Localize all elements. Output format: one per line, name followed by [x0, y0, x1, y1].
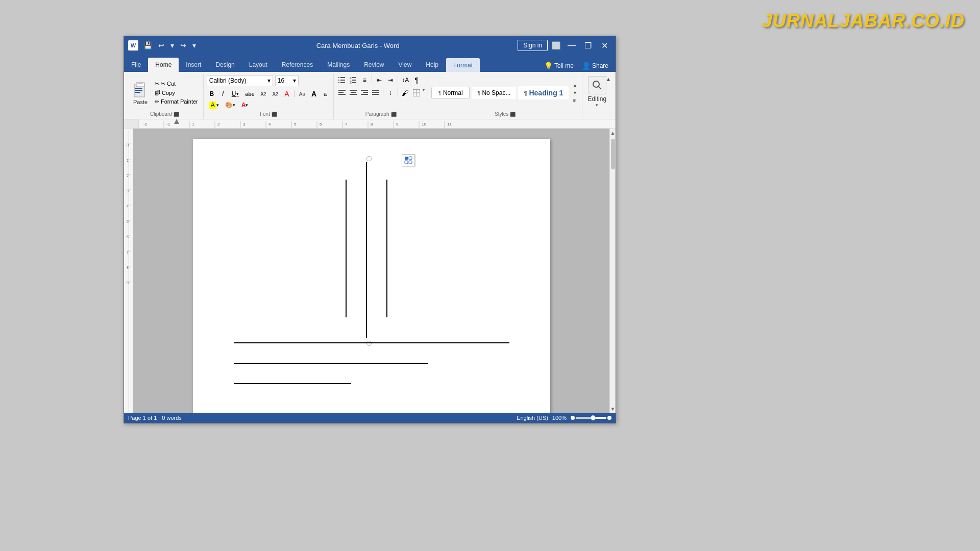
svg-rect-5: [135, 92, 140, 93]
paste-button[interactable]: Paste: [129, 79, 152, 107]
save-button[interactable]: 💾: [141, 40, 154, 51]
tell-me-button[interactable]: 💡 Tell me: [540, 60, 578, 72]
format-painter-button[interactable]: ✏ Format Painter: [153, 97, 200, 106]
align-center-button[interactable]: [348, 88, 358, 98]
cut-label: ✂ Cut: [161, 81, 176, 87]
cut-button[interactable]: ✂ ✂ Cut: [153, 80, 200, 88]
document-page[interactable]: [193, 139, 550, 413]
layout-options-button[interactable]: [402, 154, 415, 166]
numbering-button[interactable]: 1. 2. 3.: [348, 75, 358, 85]
zoom-controls: [571, 416, 611, 420]
text-size-up-button[interactable]: A: [309, 89, 319, 99]
tab-references[interactable]: References: [275, 58, 320, 72]
zoom-slider[interactable]: [576, 417, 606, 419]
svg-line-38: [599, 87, 601, 89]
pilcrow-button[interactable]: ¶: [411, 75, 422, 85]
svg-text:10: 10: [422, 122, 426, 127]
normal-style-label-small: ¶: [438, 90, 442, 96]
bold-button[interactable]: B: [207, 89, 217, 99]
undo-arrow[interactable]: ▾: [168, 40, 176, 51]
sort-button[interactable]: ↕A: [400, 75, 410, 85]
undo-button[interactable]: ↩: [156, 40, 166, 51]
font-family-selector[interactable]: Calibri (Body) ▾: [207, 75, 273, 86]
scroll-down-button[interactable]: ▼: [610, 405, 616, 413]
share-button[interactable]: 👤 Share: [578, 60, 612, 72]
top-selection-handle[interactable]: [366, 156, 372, 161]
align-right-button[interactable]: [359, 88, 370, 98]
bullets-button[interactable]: [337, 75, 347, 85]
zoom-out-button[interactable]: [571, 416, 575, 420]
superscript-button[interactable]: X2: [270, 89, 280, 99]
shading-para-button[interactable]: 🖌: [400, 88, 410, 98]
borders-button[interactable]: [411, 88, 422, 98]
watermark: JURNALJABAR.CO.ID: [762, 10, 965, 32]
normal-style-text: Normal: [443, 89, 463, 96]
shading-button[interactable]: 🎨 ▾: [223, 100, 238, 110]
font-label-text: Font: [260, 111, 270, 117]
svg-text:3: 3: [243, 122, 246, 127]
sign-in-button[interactable]: Sign in: [518, 40, 548, 51]
ruler-left-margin: [124, 119, 138, 128]
font-group: Calibri (Body) ▾ 16 ▾ B I U ▾: [204, 74, 334, 119]
clipboard-content: Paste ✂ ✂ Cut 🗐 Copy ✏ Forma: [129, 75, 200, 110]
minimize-button[interactable]: —: [565, 38, 579, 53]
justify-button[interactable]: [371, 88, 381, 98]
styles-expand-button[interactable]: ⊞: [571, 97, 579, 104]
heading1-style-button[interactable]: ¶ Heading 1: [518, 86, 569, 99]
redo-button[interactable]: ↪: [178, 40, 188, 51]
decrease-indent-button[interactable]: ⇤: [374, 75, 384, 85]
tab-review[interactable]: Review: [357, 58, 391, 72]
zoom-in-button[interactable]: [607, 416, 611, 420]
font-size-selector[interactable]: 16 ▾: [275, 75, 299, 86]
tab-insert[interactable]: Insert: [179, 58, 208, 72]
scrollbar-thumb[interactable]: [611, 139, 615, 169]
svg-rect-15: [352, 80, 356, 81]
tab-file[interactable]: File: [124, 58, 148, 72]
font-expand-icon[interactable]: ⬛: [272, 112, 277, 117]
styles-scroll-up-button[interactable]: ▲: [571, 82, 579, 89]
highlight-color-button[interactable]: A ▾: [207, 100, 222, 110]
editing-dropdown-arrow[interactable]: ▾: [596, 103, 598, 108]
para-expand-icon[interactable]: ⬛: [391, 112, 397, 117]
tab-mailings[interactable]: Mailings: [320, 58, 357, 72]
subscript-button[interactable]: X2: [258, 89, 268, 99]
strikethrough-button[interactable]: abc: [242, 89, 257, 99]
tab-design[interactable]: Design: [208, 58, 241, 72]
tab-format[interactable]: Format: [446, 58, 480, 72]
text-effect-button[interactable]: Aa: [297, 89, 308, 99]
collapse-icon[interactable]: ▲: [603, 74, 614, 84]
normal-style-button[interactable]: ¶ Normal: [431, 87, 470, 99]
underline-button[interactable]: U ▾: [229, 89, 242, 99]
multilevel-button[interactable]: ≡: [359, 75, 370, 85]
vertical-scrollbar[interactable]: ▲ ▼: [609, 129, 616, 413]
page-info: Page 1 of 1: [128, 415, 157, 421]
font-color-button[interactable]: A ▾: [239, 100, 251, 110]
shape-selection-container[interactable]: [338, 159, 400, 343]
customize-button[interactable]: ▾: [190, 40, 198, 51]
clear-format-button[interactable]: A: [282, 89, 292, 99]
styles-expand-icon[interactable]: ⬛: [510, 112, 516, 117]
align-left-icon: [338, 90, 346, 96]
text-size-down-button[interactable]: a: [320, 89, 330, 99]
restore-button[interactable]: ❐: [581, 38, 595, 53]
tab-view[interactable]: View: [391, 58, 419, 72]
font-color-a: A: [241, 102, 246, 109]
styles-scroll-down-button[interactable]: ▼: [571, 89, 579, 96]
clipboard-expand-icon[interactable]: ⬛: [174, 112, 179, 117]
increase-indent-button[interactable]: ⇥: [385, 75, 396, 85]
copy-button[interactable]: 🗐 Copy: [153, 89, 200, 97]
svg-rect-3: [135, 88, 142, 89]
tab-stop-marker: [174, 119, 179, 124]
ribbon-collapse-button[interactable]: ▲: [603, 74, 614, 84]
align-left-button[interactable]: [337, 88, 347, 98]
zoom-thumb[interactable]: [591, 415, 596, 420]
tab-help[interactable]: Help: [419, 58, 446, 72]
scroll-up-button[interactable]: ▲: [610, 129, 616, 137]
italic-button[interactable]: I: [218, 89, 228, 99]
line-spacing-button[interactable]: ↕: [385, 88, 396, 98]
ribbon-display-button[interactable]: ⬜: [550, 40, 562, 51]
close-button[interactable]: ✕: [597, 38, 611, 53]
tab-home[interactable]: Home: [148, 58, 179, 72]
tab-layout[interactable]: Layout: [242, 58, 275, 72]
no-space-style-button[interactable]: ¶ No Spac...: [472, 87, 516, 99]
